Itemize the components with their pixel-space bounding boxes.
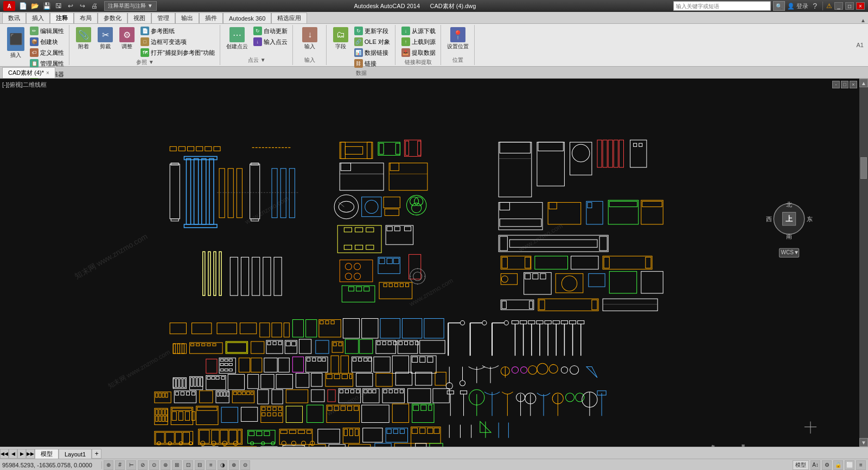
group-label-weizhi: 位置 xyxy=(452,56,463,64)
tab-a360[interactable]: Autodesk 360 xyxy=(223,12,271,23)
search-input[interactable] xyxy=(673,1,771,11)
qa-undo[interactable]: ↩ xyxy=(65,1,76,11)
clean-screen[interactable]: ⬜ xyxy=(845,460,854,470)
create-block-label: 创建块 xyxy=(40,38,58,46)
ribbon-btn-jianqie[interactable]: ✂ 剪裁 xyxy=(95,26,115,51)
qa-new[interactable]: 📄 xyxy=(17,1,28,11)
scroll-thumb[interactable] xyxy=(860,157,867,179)
qa-save[interactable]: 💾 xyxy=(41,1,52,11)
minimize-button[interactable]: _ xyxy=(834,2,843,10)
tiaojie-label: 调整 xyxy=(122,43,132,50)
canvas-maximize-btn[interactable]: □ xyxy=(841,81,848,88)
lianjie-tiqv-inner: ↓ 从源下载 ↑ 上载到源 📤 提取数据 xyxy=(400,26,437,57)
title-bar-center: Autodesk AutoCAD 2014 CAD素材 (4).dwg xyxy=(157,2,673,10)
btn-lianjie[interactable]: ⛓ 链接 xyxy=(353,59,392,68)
btn-input-dianyun[interactable]: ↓ 输入点云 xyxy=(252,37,289,47)
layout-tab-model[interactable]: 模型 xyxy=(35,449,59,459)
tab-shuchu[interactable]: 输出 xyxy=(175,12,199,23)
tab-zhushi[interactable]: 注释 xyxy=(50,12,74,23)
tab-canshuhua[interactable]: 参数化 xyxy=(98,12,127,23)
btn-ole[interactable]: 🔗 OLE 对象 xyxy=(353,37,392,47)
selcycle-toggle[interactable]: ⊝ xyxy=(240,460,250,470)
btn-shuju-lianjie[interactable]: 📊 数据链接 xyxy=(353,48,392,57)
title-bar-right: 🔍 👤 登录 ? ⚠ _ □ × xyxy=(673,1,865,11)
maximize-button[interactable]: □ xyxy=(845,2,854,10)
search-button[interactable]: 🔍 xyxy=(773,1,785,11)
define-attr-icon: 🏷 xyxy=(30,48,39,57)
btn-download[interactable]: ↓ 从源下载 xyxy=(400,26,437,36)
qa-redo[interactable]: ↪ xyxy=(77,1,88,11)
nav-prev[interactable]: ◀ xyxy=(9,449,17,459)
svg-point-394 xyxy=(282,441,286,446)
scroll-up-btn[interactable]: ▲ xyxy=(859,79,868,87)
ribbon-btn-edit-attr[interactable]: ✏ 编辑属性 xyxy=(28,26,66,36)
help-icon[interactable]: ? xyxy=(813,2,817,10)
ribbon-btn-input[interactable]: ↓ 输入 xyxy=(300,26,320,51)
canvas-close-btn[interactable]: × xyxy=(850,81,857,88)
ribbon-btn-tiaojie[interactable]: ⚙ 调整 xyxy=(117,26,137,51)
lineweight-toggle[interactable]: ≡ xyxy=(206,460,216,470)
model-btn[interactable]: 模型 xyxy=(793,460,809,470)
customize-btn[interactable]: ≡ xyxy=(856,460,866,470)
tab-jingxuanyingyong[interactable]: 精选应用 xyxy=(271,12,307,23)
btn-upload[interactable]: ↑ 上载到源 xyxy=(400,37,437,47)
qa-saveas[interactable]: 🖫 xyxy=(53,1,64,11)
nav-next[interactable]: ▶ xyxy=(17,449,26,459)
nav-last[interactable]: ▶▶ xyxy=(26,449,35,459)
objtrack-toggle[interactable]: ⊞ xyxy=(172,460,182,470)
objsnap-toggle[interactable]: ⊙ xyxy=(149,460,159,470)
workspace-settings[interactable]: ⚙ xyxy=(822,460,832,470)
btn-auto-update[interactable]: ↻ 自动更新 xyxy=(252,26,289,36)
scroll-down-btn[interactable]: ▼ xyxy=(859,438,868,447)
transparency-toggle[interactable]: ◑ xyxy=(218,460,227,470)
ribbon-btn-fuzhu[interactable]: 📎 附着 xyxy=(74,26,93,51)
quickprop-toggle[interactable]: ⊕ xyxy=(229,460,239,470)
workspace-dropdown[interactable]: 注释草图与注释 ▼ xyxy=(104,1,157,11)
qa-open[interactable]: 📂 xyxy=(29,1,40,11)
nav-first[interactable]: ◀◀ xyxy=(0,449,9,459)
btn-extract[interactable]: 📤 提取数据 xyxy=(400,48,437,57)
doc-tab-cad[interactable]: CAD素材 (4)* × xyxy=(2,67,55,78)
dyninput-toggle[interactable]: ⊟ xyxy=(195,460,205,470)
canvas-minimize-btn[interactable]: - xyxy=(832,81,840,88)
btn-biankuang[interactable]: □ 边框可变选项 xyxy=(139,37,216,47)
annotation-scale[interactable]: A↕ xyxy=(810,460,820,470)
ribbon-btn-set-location[interactable]: 📍 设置位置 xyxy=(445,26,470,51)
ribbon-minimize[interactable]: ▲ xyxy=(860,17,866,23)
layout-tab-layout1[interactable]: Layout1 xyxy=(59,449,92,459)
grid-toggle[interactable]: # xyxy=(115,460,125,470)
ribbon-btn-define-attr[interactable]: 🏷 定义属性 xyxy=(28,48,66,57)
title-bar: A 📄 📂 💾 🖫 ↩ ↪ 🖨 注释草图与注释 ▼ Autodesk AutoC… xyxy=(0,0,868,12)
tab-charu[interactable]: 插入 xyxy=(26,12,50,23)
cankao-small-btns: 📄 参考图纸 □ 边框可变选项 🗺 打开"捕捉到参考图"功能 xyxy=(139,26,216,57)
ui-lock[interactable]: 🔓 xyxy=(833,460,843,470)
ribbon-btn-create-dianyun[interactable]: ⋯ 创建点云 xyxy=(225,26,250,51)
tab-chajian[interactable]: 插件 xyxy=(199,12,223,23)
doc-tab-close[interactable]: × xyxy=(46,70,49,76)
ribbon-btn-insert[interactable]: ⬛ 插入 xyxy=(5,26,26,60)
user-area[interactable]: 👤 登录 xyxy=(787,2,808,10)
snap-toggle[interactable]: ⊕ xyxy=(104,460,113,470)
btn-update-ziduan[interactable]: ↻ 更新字段 xyxy=(353,26,392,36)
add-layout-btn[interactable]: + xyxy=(92,449,101,459)
close-button[interactable]: × xyxy=(856,2,865,10)
ortho-toggle[interactable]: ⊢ xyxy=(126,460,136,470)
ribbon-btn-create-block[interactable]: 📦 创建块 xyxy=(28,37,66,47)
tab-shitu[interactable]: 视图 xyxy=(127,12,151,23)
ribbon-btn-ziduan[interactable]: 🗂 字段 xyxy=(331,26,350,51)
btn-cankao-tuzhi[interactable]: 📄 参考图纸 xyxy=(139,26,216,36)
polar-toggle[interactable]: ⊘ xyxy=(138,460,148,470)
tab-buju[interactable]: 布局 xyxy=(74,12,98,23)
scrollbar-right[interactable]: ▲ ▼ xyxy=(859,79,868,447)
scroll-track[interactable] xyxy=(860,87,867,438)
update-ziduan-icon: ↻ xyxy=(354,27,363,35)
dynucs-toggle[interactable]: ⊡ xyxy=(183,460,193,470)
tab-shuxun[interactable]: 数讯 xyxy=(2,12,26,23)
3dobjsnap-toggle[interactable]: ⊛ xyxy=(161,460,170,470)
tab-guanli[interactable]: 管理 xyxy=(151,12,175,23)
ribbon-tabs: 数讯 插入 注释 布局 参数化 视图 管理 输出 插件 Autodesk 360… xyxy=(0,12,868,24)
btn-open-capture[interactable]: 🗺 打开"捕捉到参考图"功能 xyxy=(139,48,216,57)
qa-print[interactable]: 🖨 xyxy=(89,1,100,11)
autocad-logo: A xyxy=(3,1,15,11)
group-label-shuju: 数据 xyxy=(356,69,367,77)
